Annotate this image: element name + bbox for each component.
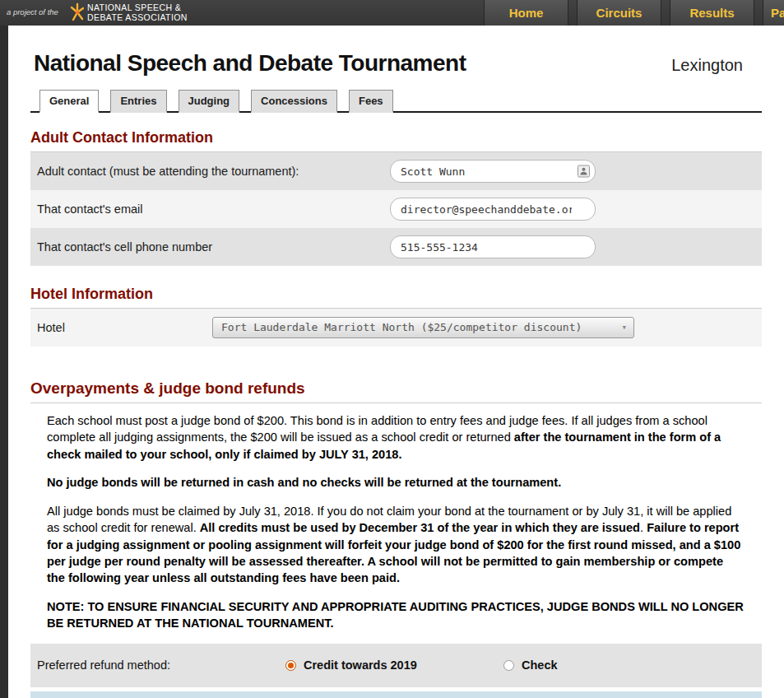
adult-contact-input[interactable] (390, 160, 596, 183)
section-heading-refunds: Overpayments & judge bond refunds (30, 379, 762, 403)
hotel-select-value: Fort Lauderdale Marriott North ($25/comp… (221, 321, 582, 333)
contact-email-input[interactable] (390, 198, 596, 221)
tab-entries[interactable]: Entries (110, 90, 166, 113)
tab-concessions[interactable]: Concessions (251, 90, 337, 113)
field-label-contact-phone: That contact's cell phone number (37, 240, 390, 254)
field-label-contact-email: That contact's email (37, 202, 390, 216)
project-of-label: a project of the (7, 7, 58, 16)
contact-phone-input[interactable] (390, 235, 596, 258)
section-heading-hotel: Hotel Information (30, 286, 762, 309)
refund-method-row: Preferred refund method: Credit towards … (30, 644, 762, 687)
refund-option-credit[interactable]: Credit towards 2019 (285, 658, 503, 672)
refund-paragraph: All judge bonds must be claimed by July … (47, 503, 744, 587)
nav-results-button[interactable]: Results (670, 0, 754, 26)
form-row-adult-contact: Adult contact (must be attending the tou… (30, 152, 762, 190)
refund-paragraph: NOTE: TO ENSURE FINANCIAL SECURITY AND A… (47, 598, 744, 632)
hotel-select[interactable]: Fort Lauderdale Marriott North ($25/comp… (212, 317, 634, 338)
tab-general[interactable]: General (39, 90, 99, 113)
topbar: a project of the NATIONAL SPEECH & DEBAT… (0, 0, 784, 26)
tournament-location: Lexington (671, 56, 743, 75)
refund-paragraph: Each school must post a judge bond of $2… (47, 412, 744, 463)
field-label-adult-contact: Adult contact (must be attending the tou… (37, 165, 390, 178)
nsda-logo-icon (70, 2, 85, 23)
chevron-down-icon: ▾ (621, 318, 627, 337)
org-name-line2: DEBATE ASSOCIATION (87, 12, 188, 22)
page-title: National Speech and Debate Tournament (34, 50, 466, 77)
check-radio-label[interactable]: Check (522, 658, 558, 672)
nav-circuits-button[interactable]: Circuits (577, 0, 661, 26)
tab-fees[interactable]: Fees (349, 90, 393, 113)
org-name: NATIONAL SPEECH & DEBATE ASSOCIATION (87, 2, 188, 22)
field-label-hotel: Hotel (37, 321, 212, 334)
refund-paragraphs: Each school must post a judge bond of $2… (30, 403, 762, 632)
form-row-contact-email: That contact's email (30, 190, 762, 228)
credit-radio[interactable] (285, 660, 296, 671)
refund-method-label: Preferred refund method: (37, 658, 285, 672)
title-row: National Speech and Debate Tournament Le… (30, 50, 762, 77)
tab-judging[interactable]: Judging (179, 90, 240, 113)
refund-option-check[interactable]: Check (503, 658, 558, 672)
credit-radio-label[interactable]: Credit towards 2019 (304, 658, 417, 672)
page: National Speech and Debate Tournament Le… (8, 26, 784, 698)
check-radio[interactable] (503, 660, 514, 671)
tab-bar: General Entries Judging Concessions Fees (30, 90, 762, 113)
save-bar: Save General Info (30, 691, 762, 698)
form-row-hotel: Hotel Fort Lauderdale Marriott North ($2… (30, 309, 762, 347)
nav-clipped-button[interactable]: Pa (763, 0, 784, 26)
nav-home-button[interactable]: Home (484, 0, 568, 26)
form-row-contact-phone: That contact's cell phone number (30, 228, 762, 266)
org-name-line1: NATIONAL SPEECH & (87, 2, 188, 12)
person-icon (578, 165, 590, 178)
section-heading-adult-contact: Adult Contact Information (30, 129, 762, 152)
refund-paragraph: No judge bonds will be returned in cash … (47, 474, 744, 491)
